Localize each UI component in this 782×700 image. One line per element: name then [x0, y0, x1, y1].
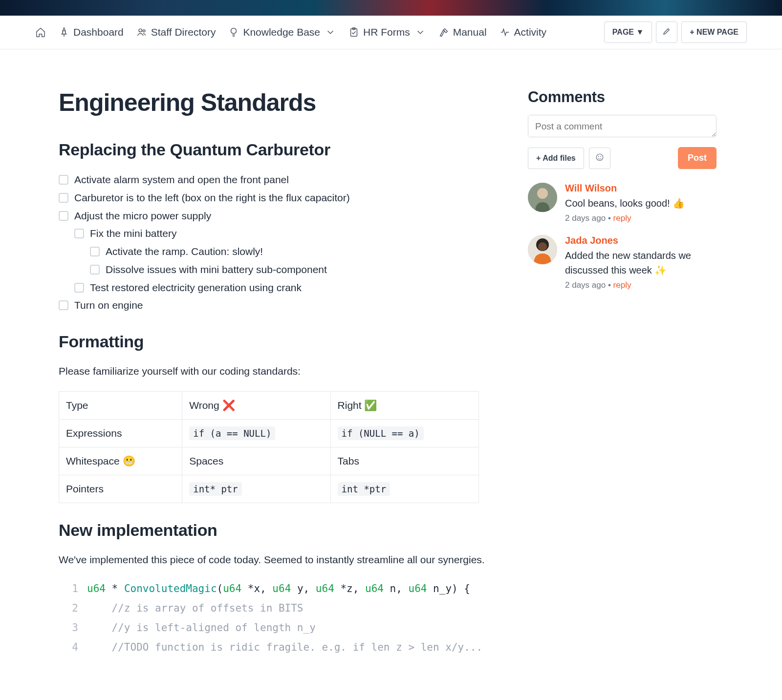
nav-activity[interactable]: Activity	[500, 26, 547, 38]
nav-label: Activity	[514, 26, 547, 38]
nav-manual[interactable]: Manual	[438, 26, 487, 38]
checkbox[interactable]	[74, 229, 84, 238]
tok: //TODO function is ridic fragile. e.g. i…	[87, 638, 482, 658]
cell-right: int *ptr	[330, 475, 478, 503]
tok: *z,	[334, 583, 365, 594]
checkbox[interactable]	[59, 175, 68, 185]
bulb-icon	[228, 27, 239, 38]
table-row: Expressions if (a == NULL) if (NULL == a…	[59, 419, 479, 447]
emoji-button[interactable]	[589, 148, 610, 169]
checklist-text: Activate alarm system and open the front…	[74, 171, 289, 189]
nav-hrforms[interactable]: HR Forms	[348, 26, 426, 38]
checkbox[interactable]	[59, 193, 68, 203]
pencil-icon	[662, 27, 671, 36]
svg-point-12	[538, 242, 547, 251]
checkbox[interactable]	[90, 265, 100, 275]
tok: //z is array of offsets in BITS	[87, 599, 304, 618]
post-button[interactable]: Post	[678, 147, 717, 169]
cell-type: Pointers	[59, 475, 182, 503]
cell-type: Expressions	[59, 419, 182, 447]
nav-staff[interactable]: Staff Directory	[136, 26, 216, 38]
code-block: 1u64 * ConvolutedMagic(u64 *x, u64 y, u6…	[59, 579, 499, 658]
cell-wrong: Spaces	[182, 447, 330, 475]
navbar: Dashboard Staff Directory Knowledge Base…	[0, 16, 782, 49]
avatar-image	[528, 235, 557, 264]
comment-text: Cool beans, looks good! 👍	[565, 196, 717, 211]
checklist-text: Activate the ramp. Caution: slowly!	[106, 243, 263, 261]
nav-label: Staff Directory	[151, 26, 216, 38]
chevron-down-icon	[415, 27, 426, 38]
comment-actions: + Add files Post	[528, 147, 717, 169]
th-wrong-text: Wrong	[189, 400, 222, 411]
code-inline: int *ptr	[338, 482, 391, 496]
comments-sidebar: Comments + Add files Post Will Wilson Co…	[528, 88, 717, 658]
checklist-text: Test restored electricity generation usi…	[90, 279, 302, 297]
grimace-icon: 😬	[123, 455, 135, 467]
home-icon	[35, 27, 46, 38]
code-line: 1u64 * ConvolutedMagic(u64 *x, u64 y, u6…	[65, 579, 499, 599]
comment-time: 2 days ago	[565, 280, 606, 290]
line-number: 2	[65, 599, 78, 618]
nav-right: PAGE ▼ + NEW PAGE	[604, 21, 747, 43]
avatar-image	[528, 183, 557, 212]
cross-icon: ❌	[222, 400, 235, 411]
edit-button[interactable]	[656, 21, 677, 43]
checkbox[interactable]	[74, 283, 84, 293]
avatar	[528, 235, 557, 264]
code-line: 4 //TODO function is ridic fragile. e.g.…	[65, 638, 499, 658]
nav-home[interactable]	[35, 27, 46, 38]
svg-point-7	[601, 156, 601, 157]
checklist: Activate alarm system and open the front…	[59, 171, 499, 315]
chevron-down-icon	[325, 27, 336, 38]
pin-icon	[59, 27, 69, 38]
code-inline: if (NULL == a)	[338, 426, 424, 440]
checkbox[interactable]	[59, 300, 68, 310]
reply-link[interactable]: reply	[613, 213, 631, 223]
svg-point-0	[139, 29, 142, 32]
th-wrong: Wrong ❌	[182, 391, 330, 419]
add-files-button[interactable]: + Add files	[528, 148, 584, 169]
nav-kb[interactable]: Knowledge Base	[228, 26, 336, 38]
checkbox[interactable]	[59, 211, 68, 221]
cell-right: if (NULL == a)	[330, 419, 478, 447]
tok: u64	[223, 583, 241, 594]
checklist-item: Dissolve issues with mini battery sub-co…	[90, 261, 499, 279]
cell-wrong: int* ptr	[182, 475, 330, 503]
th-right-text: Right	[338, 400, 365, 411]
svg-point-2	[231, 28, 237, 34]
tok: *	[106, 583, 124, 594]
cell-type: Whitespace 😬	[59, 447, 182, 475]
section-heading-replace: Replacing the Quantum Carburetor	[59, 140, 499, 159]
comment-author[interactable]: Will Wilson	[565, 183, 717, 194]
checklist-item: Activate the ramp. Caution: slowly!	[90, 243, 499, 261]
checklist-text: Dissolve issues with mini battery sub-co…	[106, 261, 327, 279]
page-dropdown-button[interactable]: PAGE ▼	[604, 21, 652, 43]
tok: n,	[384, 583, 409, 594]
checklist-item: Turn on engine	[59, 297, 499, 315]
reply-link[interactable]: reply	[613, 280, 631, 290]
hammer-icon	[438, 27, 449, 38]
newimpl-intro: We've implemented this piece of code tod…	[59, 552, 499, 568]
comment-item: Jada Jones Added the new standards we di…	[528, 235, 717, 290]
comment-input[interactable]	[528, 115, 717, 137]
comment-meta: 2 days ago • reply	[565, 213, 717, 223]
section-heading-formatting: Formatting	[59, 332, 499, 351]
cell-wrong: if (a == NULL)	[182, 419, 330, 447]
hero-banner	[0, 0, 782, 16]
activity-icon	[500, 27, 510, 38]
new-page-button[interactable]: + NEW PAGE	[681, 21, 747, 43]
checklist-text: Adjust the micro power supply	[74, 207, 211, 225]
comment-author[interactable]: Jada Jones	[565, 235, 717, 246]
nav-dashboard[interactable]: Dashboard	[59, 26, 124, 38]
svg-point-5	[596, 154, 603, 161]
tok: u64	[87, 583, 106, 594]
checklist-item: Adjust the micro power supply	[59, 207, 499, 225]
standards-table: Type Wrong ❌ Right ✅ Expressions if (a =…	[59, 391, 479, 503]
code-line: 3 //y is left-aligned of length n_y	[65, 618, 499, 638]
checklist-text: Fix the mini battery	[90, 225, 176, 243]
checklist-item: Carburetor is to the left (box on the ri…	[59, 189, 499, 207]
checkbox[interactable]	[90, 247, 100, 256]
th-right: Right ✅	[330, 391, 478, 419]
tok: u64	[272, 583, 291, 594]
nav-left: Dashboard Staff Directory Knowledge Base…	[35, 26, 546, 38]
